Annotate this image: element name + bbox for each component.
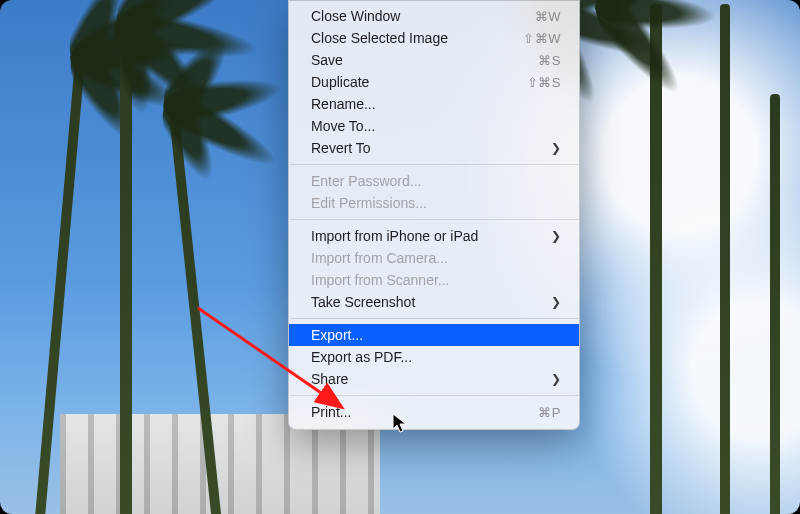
palm-tree (770, 94, 780, 514)
menu-item-print[interactable]: Print... ⌘P (289, 401, 579, 423)
menu-item-enter-password: Enter Password... (289, 170, 579, 192)
menu-item-label: Import from iPhone or iPad (311, 228, 543, 244)
menu-item-export-as-pdf[interactable]: Export as PDF... (289, 346, 579, 368)
menu-item-shortcut: ⇧⌘S (527, 75, 561, 90)
menu-item-label: Take Screenshot (311, 294, 543, 310)
menu-separator (290, 164, 578, 165)
menu-item-import-from-camera: Import from Camera... (289, 247, 579, 269)
menu-item-close-window[interactable]: Close Window ⌘W (289, 5, 579, 27)
menu-item-label: Import from Scanner... (311, 272, 561, 288)
menu-item-close-selected-image[interactable]: Close Selected Image ⇧⌘W (289, 27, 579, 49)
menu-item-edit-permissions: Edit Permissions... (289, 192, 579, 214)
menu-item-share[interactable]: Share ❯ (289, 368, 579, 390)
menu-item-label: Print... (311, 404, 538, 420)
menu-item-rename[interactable]: Rename... (289, 93, 579, 115)
menu-separator (290, 219, 578, 220)
menu-item-label: Enter Password... (311, 173, 561, 189)
menu-item-shortcut: ⌘P (538, 405, 561, 420)
screenshot-viewport: Close Window ⌘W Close Selected Image ⇧⌘W… (0, 0, 800, 514)
menu-item-label: Move To... (311, 118, 561, 134)
menu-item-label: Import from Camera... (311, 250, 561, 266)
menu-item-label: Save (311, 52, 538, 68)
menu-item-import-from-device[interactable]: Import from iPhone or iPad ❯ (289, 225, 579, 247)
menu-item-label: Duplicate (311, 74, 527, 90)
menu-item-label: Export as PDF... (311, 349, 561, 365)
menu-item-revert-to[interactable]: Revert To ❯ (289, 137, 579, 159)
menu-item-shortcut: ⌘W (535, 9, 561, 24)
menu-item-label: Close Selected Image (311, 30, 523, 46)
menu-item-move-to[interactable]: Move To... (289, 115, 579, 137)
menu-item-label: Export... (311, 327, 561, 343)
menu-item-label: Revert To (311, 140, 543, 156)
chevron-right-icon: ❯ (551, 295, 561, 309)
menu-item-label: Share (311, 371, 543, 387)
chevron-right-icon: ❯ (551, 372, 561, 386)
palm-tree (720, 4, 730, 514)
chevron-right-icon: ❯ (551, 141, 561, 155)
chevron-right-icon: ❯ (551, 229, 561, 243)
menu-item-shortcut: ⇧⌘W (523, 31, 561, 46)
menu-item-save[interactable]: Save ⌘S (289, 49, 579, 71)
menu-item-label: Close Window (311, 8, 535, 24)
menu-separator (290, 395, 578, 396)
menu-item-duplicate[interactable]: Duplicate ⇧⌘S (289, 71, 579, 93)
menu-separator (290, 318, 578, 319)
menu-item-import-from-scanner: Import from Scanner... (289, 269, 579, 291)
file-menu-dropdown: Close Window ⌘W Close Selected Image ⇧⌘W… (288, 0, 580, 430)
menu-item-export[interactable]: Export... (289, 324, 579, 346)
menu-item-label: Rename... (311, 96, 561, 112)
menu-item-shortcut: ⌘S (538, 53, 561, 68)
menu-item-label: Edit Permissions... (311, 195, 561, 211)
palm-tree (120, 24, 132, 514)
menu-item-take-screenshot[interactable]: Take Screenshot ❯ (289, 291, 579, 313)
